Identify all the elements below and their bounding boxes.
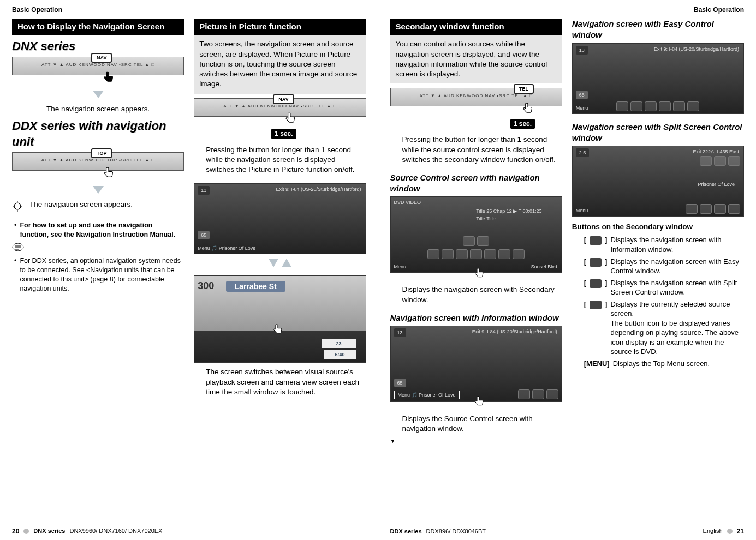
ff-button-icon [498, 249, 510, 259]
bracket: [ [584, 278, 586, 288]
buttons-heading: Buttons on the Secondary window [572, 222, 744, 232]
skipback-icon [616, 101, 628, 111]
pip-header: Picture in Picture function [194, 19, 366, 35]
nav-easy-heading: Navigation screen with Easy Control wind… [572, 19, 744, 41]
one-sec-badge: 1 sec. [271, 129, 296, 139]
ddx-optional-note: For DDX series, an optional navigation s… [20, 256, 182, 293]
svg-marker-1 [93, 186, 104, 194]
bracket: ] [605, 299, 607, 309]
dvd-screenshot: DVD VIDEO Title 25 Chap 12 ▶ T 00:01:23 … [390, 196, 562, 273]
bracket: ] [605, 235, 607, 245]
ss-exit-label: Exit 9: I-84 (US-20/Sturbridge/Hartford) [276, 186, 361, 193]
pip-navbar: NAV ATT ▼ ▲ AUD KENWOOD NAV •SRC TEL ▲ □… [194, 98, 366, 117]
icon-a [700, 156, 712, 166]
models-label: DNX9960/ DNX7160/ DNX7020EX [69, 527, 162, 535]
swap-arrows-icon [194, 257, 366, 272]
note-icon [12, 243, 24, 254]
ss-track: Prisoner Of Love [698, 181, 735, 188]
bracket: [ [584, 257, 586, 267]
play-button-icon [470, 249, 482, 259]
bracket: [ [584, 235, 586, 245]
dnx-navbar: NAV ATT ▼ ▲ AUD KENWOOD NAV •SRC TEL ▲ □ [12, 57, 184, 75]
how-to-display-header: How to Display the Navigation Screen [12, 19, 184, 35]
hand-icon [521, 102, 535, 119]
ss-speed: 13 [576, 46, 588, 55]
sec-navbar: TEL ATT ▼ ▲ AUD KENWOOD NAV •SRC TEL ▲ □… [390, 88, 562, 106]
stop-button-icon [513, 249, 525, 259]
svg-marker-12 [282, 259, 291, 267]
hand-icon [283, 112, 297, 129]
next-button-icon [477, 236, 489, 246]
dvd-label: DVD VIDEO [394, 199, 421, 206]
ss-street: Larrabee St [226, 281, 285, 292]
lang-label: English [703, 527, 723, 535]
ss-speed: 13 [198, 186, 210, 195]
skipfwd2-icon [728, 204, 740, 214]
ss-exit: Exit 9: I-84 (US-20/Sturbridge/Hartford) [472, 328, 557, 335]
sec-btn-icon [532, 389, 544, 399]
dvd-street: Sunset Blvd [531, 263, 557, 270]
svg-point-7 [13, 243, 23, 251]
icon-b [714, 156, 726, 166]
icon-c [728, 156, 740, 166]
caption-ddx: The navigation screen appears. [29, 200, 133, 209]
skipback-icon [686, 204, 698, 214]
tip-icon [12, 200, 23, 215]
rew-button-icon [442, 249, 454, 259]
hand-icon [271, 323, 284, 372]
series-label: DDX series [390, 527, 422, 536]
btn1-desc: Displays the navigation screen with Info… [610, 235, 744, 254]
btn4-desc-a: Displays the currently selected source s… [610, 300, 730, 318]
ss-val-b: 6:40 [324, 350, 355, 359]
skipback-button-icon [456, 249, 468, 259]
caption-dnx: The navigation screen appears. [12, 104, 184, 114]
ss-exit: Exit 222A: I-435 East [693, 148, 739, 155]
bracket: [ [584, 299, 586, 309]
skipfwd-icon [645, 101, 657, 111]
top-badge: TOP [91, 148, 112, 158]
ss-menu: Menu 🎵 Prisoner Of Love [198, 245, 255, 251]
dvd-menu: Menu [394, 263, 407, 270]
page-number: 21 [737, 527, 744, 536]
bullet-dot: • [14, 256, 16, 293]
btn4-desc-b: The button icon to be displayed varies d… [610, 319, 739, 356]
nav-split-screenshot: 2.5 Exit 222A: I-435 East Prisoner Of Lo… [572, 146, 744, 217]
skipfwd-icon [714, 204, 726, 214]
pip-screenshot-a: 13 Exit 9: I-84 (US-20/Sturbridge/Hartfo… [194, 183, 366, 254]
pip-description: Two screens, the navigation screen and s… [194, 35, 366, 93]
bullet-dot: • [14, 221, 16, 239]
bracket: ] [605, 278, 607, 288]
up-button-icon [427, 249, 439, 259]
ss-menu-row: Menu 🎵 Prisoner Of Love [394, 391, 460, 399]
menu-button-label: [MENU] [584, 359, 610, 369]
hand-icon [102, 166, 116, 183]
sec-btn-icon [518, 389, 530, 399]
ddx-navbar: TOP ATT ▼ ▲ AUD KENWOOD TOP •SRC TEL ▲ □ [12, 152, 184, 171]
info-window-button-icon [590, 236, 602, 245]
svg-point-2 [14, 203, 21, 209]
hand-icon [473, 267, 486, 282]
source-control-heading: Source Control screen with navigation wi… [390, 172, 562, 195]
nav-strip-text-4: ATT ▼ ▲ AUD KENWOOD NAV •SRC TEL ▲ □ [391, 93, 562, 99]
nav-strip-text-3: ATT ▼ ▲ AUD KENWOOD NAV •SRC TEL ▲ □ [194, 104, 365, 110]
down-arrow-icon [12, 185, 184, 197]
play-icon [630, 101, 642, 111]
dnx-series-title: DNX series [12, 38, 184, 55]
ss-limit: 65 [394, 379, 406, 387]
prev-button-icon [463, 236, 475, 246]
ss-limit: 65 [198, 231, 210, 239]
nav-badge: NAV [91, 53, 112, 63]
play-icon [700, 204, 712, 214]
ss-val-a: 23 [322, 339, 355, 348]
pip-longpress-note: Pressing the button for longer than 1 se… [194, 145, 366, 175]
continue-arrow-icon: ▼ [390, 437, 562, 445]
models-label: DDX896/ DDX8046BT [426, 527, 486, 536]
ss-limit: 65 [576, 91, 588, 99]
source-button-icon [590, 301, 602, 309]
dvd-row: Title 25 Chap 12 ▶ T 00:01:23 [476, 208, 541, 214]
btn5-desc: Displays the Top Menu screen. [613, 359, 744, 369]
pip-screenshot-b: 300 Larrabee St 23 6:40 [194, 275, 366, 363]
ss-exit: Exit 9: I-84 (US-20/Sturbridge/Hartford) [654, 46, 739, 52]
nav-info-screenshot: 13 Exit 9: I-84 (US-20/Sturbridge/Hartfo… [390, 326, 562, 402]
one-sec-badge: 1 sec. [510, 119, 535, 129]
